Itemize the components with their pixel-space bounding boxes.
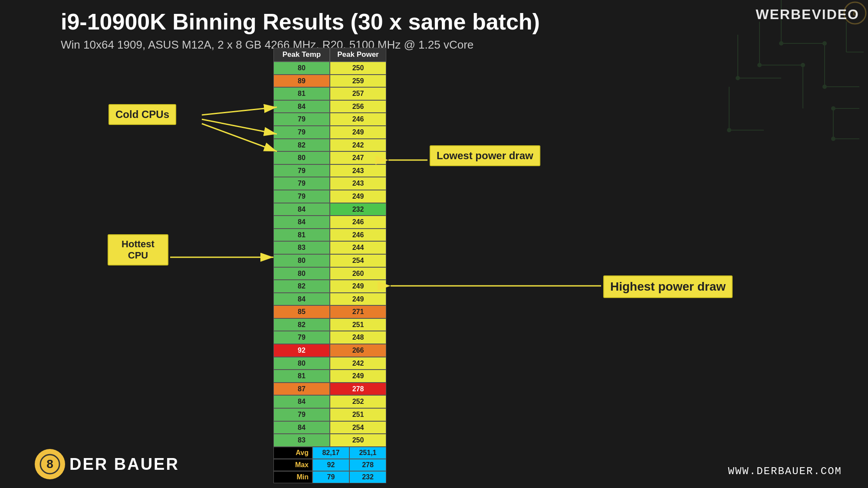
cell-power: 242	[330, 139, 386, 152]
table-row: 79 251	[273, 408, 386, 421]
svg-text:8: 8	[46, 457, 53, 471]
cell-power: 254	[330, 254, 386, 267]
table-row: 82 251	[273, 318, 386, 331]
cell-temp: 81	[273, 229, 330, 242]
cell-temp: 79	[273, 331, 330, 344]
cell-temp: 79	[273, 113, 330, 126]
cell-temp: 79	[273, 177, 330, 190]
cell-temp: 80	[273, 267, 330, 280]
table-row: 92 266	[273, 344, 386, 357]
table-row: 79 243	[273, 164, 386, 177]
table-row: 84 256	[273, 100, 386, 113]
brand-name: WERBEVIDEO	[756, 7, 859, 23]
cell-temp: 84	[273, 203, 330, 216]
svg-point-13	[823, 85, 826, 88]
table-row: 81 249	[273, 370, 386, 383]
cell-temp: 79	[273, 126, 330, 139]
cell-temp: 82	[273, 280, 330, 293]
stat-power: 251,1	[349, 447, 386, 459]
svg-point-12	[823, 42, 826, 45]
stat-power: 278	[349, 459, 386, 471]
cell-power: 246	[330, 113, 386, 126]
cell-power: 260	[330, 267, 386, 280]
table-row: 83 250	[273, 434, 386, 447]
highest-power-annotation: Highest power draw	[603, 275, 733, 298]
col-header-temp: Peak Temp	[273, 48, 330, 62]
stat-temp: 92	[312, 459, 349, 471]
page-title: i9-10900K Binning Results (30 x same bat…	[61, 9, 540, 35]
table-row: 80 254	[273, 254, 386, 267]
svg-point-11	[779, 42, 783, 45]
cell-power: 259	[330, 75, 386, 88]
cell-temp: 82	[273, 318, 330, 331]
cell-temp: 83	[273, 434, 330, 447]
cell-power: 250	[330, 434, 386, 447]
logo-text: DER BAUER	[69, 455, 179, 474]
cell-temp: 84	[273, 100, 330, 113]
cell-temp: 82	[273, 139, 330, 152]
table-row: 82 249	[273, 280, 386, 293]
cell-power: 249	[330, 190, 386, 203]
stat-temp: 79	[312, 471, 349, 483]
cell-power: 249	[330, 280, 386, 293]
svg-point-24	[727, 128, 731, 132]
cell-temp: 79	[273, 408, 330, 421]
cell-power: 244	[330, 241, 386, 254]
cell-power: 242	[330, 357, 386, 370]
cell-temp: 89	[273, 75, 330, 88]
cell-power: 246	[330, 216, 386, 229]
table-row: 84 246	[273, 216, 386, 229]
table-row: 82 242	[273, 139, 386, 152]
logo-symbol: 8	[35, 449, 65, 479]
cell-power: 232	[330, 203, 386, 216]
lowest-power-annotation: Lowest power draw	[430, 145, 540, 166]
stat-power: 232	[349, 471, 386, 483]
table-row: 79 243	[273, 177, 386, 190]
stat-label: Min	[273, 471, 312, 483]
cell-power: 243	[330, 177, 386, 190]
table-row: 84 249	[273, 293, 386, 306]
table-row: 89 259	[273, 75, 386, 88]
cell-temp: 79	[273, 164, 330, 177]
table-row: 80 260	[273, 267, 386, 280]
cell-power: 249	[330, 293, 386, 306]
table-row: 80 247	[273, 151, 386, 164]
stat-row: Max 92 278	[273, 459, 386, 471]
col-header-power: Peak Power	[330, 48, 386, 62]
cell-temp: 83	[273, 241, 330, 254]
cell-power: 248	[330, 331, 386, 344]
svg-line-29	[202, 107, 277, 115]
table-row: 79 249	[273, 190, 386, 203]
stat-label: Max	[273, 459, 312, 471]
cell-power: 249	[330, 370, 386, 383]
cell-power: 254	[330, 421, 386, 434]
svg-line-31	[202, 124, 277, 151]
logo-area: 8 DER BAUER	[35, 449, 179, 479]
cell-temp: 87	[273, 383, 330, 396]
cell-temp: 79	[273, 190, 330, 203]
cell-temp: 81	[273, 370, 330, 383]
cell-temp: 81	[273, 87, 330, 100]
hottest-cpu-annotation: HottestCPU	[108, 234, 168, 265]
cell-temp: 84	[273, 395, 330, 408]
stat-label: Avg	[273, 447, 312, 459]
table-row: 79 246	[273, 113, 386, 126]
table-row: 79 248	[273, 331, 386, 344]
svg-point-16	[736, 76, 740, 80]
table-row: 85 271	[273, 305, 386, 318]
cell-power: 271	[330, 305, 386, 318]
website-url: WWW.DERBAUER.COM	[728, 465, 842, 477]
table-row: 84 232	[273, 203, 386, 216]
stat-temp: 82,17	[312, 447, 349, 459]
svg-point-14	[758, 63, 761, 67]
cell-power: 247	[330, 151, 386, 164]
cell-temp: 80	[273, 151, 330, 164]
svg-point-20	[832, 107, 835, 110]
cell-temp: 80	[273, 357, 330, 370]
cell-power: 256	[330, 100, 386, 113]
table-row: 84 254	[273, 421, 386, 434]
stat-row: Min 79 232	[273, 471, 386, 483]
cell-temp: 92	[273, 344, 330, 357]
stat-row: Avg 82,17 251,1	[273, 447, 386, 459]
cell-temp: 80	[273, 62, 330, 75]
